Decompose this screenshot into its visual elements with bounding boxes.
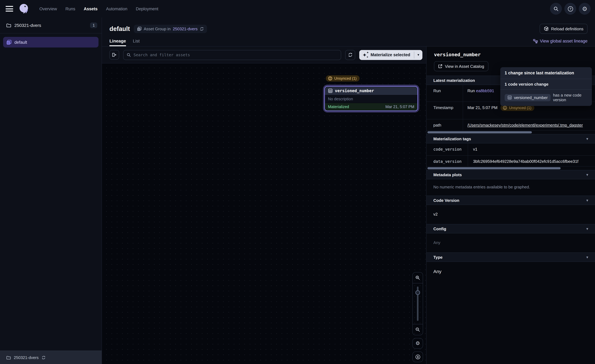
zoom-out-icon — [415, 327, 420, 332]
view-global-asset-lineage-link[interactable]: View global asset lineage — [533, 39, 588, 46]
sidebar-item-default[interactable]: default — [3, 37, 99, 48]
topbar-actions: ? ⚙ — [550, 3, 591, 15]
section-type[interactable]: Type ▾ — [426, 252, 595, 262]
graph-zoom-controls: ⚙ — [412, 272, 423, 362]
path-link[interactable]: /Users/smackesey/stm/code/elementl/exper… — [468, 123, 583, 127]
table-asset-icon — [507, 95, 512, 100]
section-metadata-plots[interactable]: Metadata plots ▾ — [426, 170, 595, 179]
tab-lineage[interactable]: Lineage — [109, 38, 126, 46]
tooltip-subtitle: 1 code version change — [500, 79, 592, 90]
lineage-graph-icon — [533, 39, 538, 43]
refresh-graph-button[interactable] — [345, 50, 355, 60]
section-materialization-tags-label: Materialization tags — [433, 136, 471, 141]
asset-group-badge-link[interactable]: 250321-dvers — [173, 26, 198, 31]
sidebar-group-row[interactable]: 250321-dvers 1 — [0, 17, 102, 34]
tag-key: data_version — [426, 156, 468, 166]
chevron-down-icon[interactable]: ▾ — [586, 198, 588, 202]
tag-value: v1 — [473, 147, 477, 152]
search-icon — [127, 53, 131, 57]
graph-settings-button[interactable]: ⚙ — [412, 338, 423, 349]
sync-status-icon — [328, 76, 332, 81]
asset-detail-panel: versioned_number View in Asset Catalog L… — [426, 47, 595, 364]
page-title: default — [109, 25, 130, 32]
lineage-toolbar: ✦ ✦ ✦ Materialize selected ▾ — [102, 47, 426, 63]
table-asset-icon — [328, 88, 333, 93]
scrollbar-thumb[interactable] — [427, 131, 532, 133]
unsynced-badge-label: Unsynced (1) — [334, 76, 357, 81]
chevron-down-icon[interactable]: ▾ — [586, 173, 588, 177]
timestamp-value: Mar 21, 5:07 PM — [468, 105, 497, 110]
section-metadata-plots-label: Metadata plots — [433, 172, 462, 177]
section-config[interactable]: Config ▾ — [426, 224, 595, 233]
zoom-out-button[interactable] — [413, 324, 423, 335]
chevron-down-icon[interactable]: ▾ — [586, 227, 588, 231]
asset-node-versioned-number[interactable]: versioned_number No description Material… — [324, 86, 418, 111]
tag-row-data-version: data_version 3bfc269594ef649228e9a74bab0… — [426, 156, 595, 167]
tag-key: code_version — [426, 143, 468, 155]
metadata-empty-message: No numeric metadata entries available to… — [426, 179, 595, 196]
section-code-version-label: Code Version — [433, 198, 459, 203]
code-location-label: 250321-dvers — [14, 355, 39, 360]
horizontal-scrollbar — [426, 167, 595, 170]
reload-cube-icon — [544, 26, 549, 31]
zoom-in-button[interactable] — [413, 273, 423, 283]
view-in-asset-catalog-button[interactable]: View in Asset Catalog — [434, 61, 488, 71]
sync-icon — [200, 27, 204, 31]
chevron-down-icon[interactable]: ▾ — [586, 137, 588, 141]
nav-overview[interactable]: Overview — [39, 7, 57, 11]
scrollbar-thumb[interactable] — [427, 167, 561, 169]
nav-deployment[interactable]: Deployment — [136, 7, 158, 11]
reload-definitions-button[interactable]: Reload definitions — [539, 24, 588, 34]
download-graph-button[interactable] — [412, 351, 423, 362]
asset-group-badge[interactable]: Asset Group in 250321-dvers — [134, 25, 207, 33]
gear-icon: ⚙ — [416, 341, 420, 346]
search-button[interactable] — [550, 3, 562, 15]
tag-row-code-version: code_version v1 — [426, 143, 595, 156]
zoom-slider[interactable] — [413, 283, 423, 324]
lineage-graph-canvas[interactable]: Unsynced (1) — [102, 63, 426, 364]
section-materialization-tags[interactable]: Materialization tags ▾ — [426, 134, 595, 143]
asset-group-icon — [6, 40, 12, 45]
latest-path-row: path /Users/smackesey/stm/code/elementl/… — [426, 119, 595, 131]
run-id-link[interactable]: ea8bb591 — [476, 88, 494, 93]
code-location-footer[interactable]: 250321-dvers — [0, 350, 102, 364]
unsynced-badge-label: Unsynced (1) — [509, 106, 531, 110]
asset-node-description: No description — [325, 95, 418, 103]
menu-icon[interactable] — [6, 6, 13, 12]
tab-list[interactable]: List — [133, 38, 140, 46]
run-label: Run — [426, 85, 463, 102]
nav-automation[interactable]: Automation — [106, 7, 128, 11]
nav-runs[interactable]: Runs — [65, 7, 75, 11]
asset-groups-sidebar: 250321-dvers 1 default 250321-dvers — [0, 17, 102, 364]
timestamp-label: Timestamp — [426, 102, 463, 119]
chevron-down-icon[interactable]: ▾ — [586, 255, 588, 259]
tag-value: 3bfc269594ef649228e9a74bab00f042efc91d5a… — [473, 159, 578, 164]
tooltip-asset-name: versioned_number — [514, 95, 548, 100]
sync-icon — [42, 355, 45, 359]
path-label: path — [426, 119, 463, 130]
config-value: Any — [426, 233, 595, 252]
materialize-options-dropdown[interactable]: ▾ — [414, 50, 422, 60]
settings-button[interactable]: ⚙ — [579, 3, 591, 15]
materialize-selected-label: Materialize selected — [370, 52, 410, 57]
unsynced-badge[interactable]: Unsynced (1) — [326, 75, 360, 82]
section-latest-materialization-label: Latest materialization — [433, 78, 475, 83]
top-navigation-bar: Overview Runs Assets Automation Deployme… — [0, 0, 595, 17]
expand-panel-button[interactable] — [109, 50, 119, 60]
folder-icon — [6, 23, 11, 28]
asset-node-name: versioned_number — [335, 88, 374, 93]
section-code-version[interactable]: Code Version ▾ — [426, 196, 595, 205]
nav-assets[interactable]: Assets — [84, 7, 98, 11]
gear-icon: ⚙ — [582, 6, 587, 12]
zoom-slider-knob[interactable] — [415, 290, 420, 295]
materialize-selected-split-button: ✦ ✦ ✦ Materialize selected ▾ — [359, 50, 422, 60]
dagster-logo-icon[interactable] — [18, 2, 30, 15]
tooltip-text: has a new code version — [553, 93, 588, 102]
search-input[interactable] — [134, 52, 338, 57]
materialize-selected-button[interactable]: ✦ ✦ ✦ Materialize selected — [359, 50, 414, 60]
download-icon — [415, 354, 420, 359]
view-global-asset-lineage-label: View global asset lineage — [540, 39, 588, 43]
tooltip-asset-pill[interactable]: versioned_number — [505, 94, 550, 101]
help-button[interactable]: ? — [564, 3, 576, 15]
search-icon — [553, 6, 559, 11]
